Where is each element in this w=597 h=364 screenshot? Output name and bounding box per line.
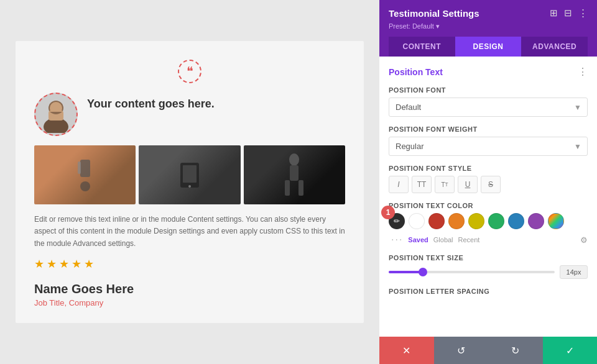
size-value[interactable]: 14px xyxy=(560,265,588,279)
svg-point-6 xyxy=(80,181,90,191)
color-purple[interactable] xyxy=(528,213,544,229)
allcaps-button[interactable]: TT xyxy=(412,176,432,193)
image-1 xyxy=(34,145,136,204)
svg-rect-12 xyxy=(285,180,290,196)
font-label: Position Font xyxy=(389,86,588,94)
color-custom[interactable] xyxy=(548,213,564,229)
underline-button[interactable]: U xyxy=(458,176,478,193)
expand-icon[interactable]: ⊞ xyxy=(550,7,558,19)
avatar xyxy=(34,93,78,136)
strikethrough-button[interactable]: S xyxy=(481,176,501,193)
badge-1: 1 xyxy=(381,206,395,219)
font-select-wrapper: Default ▼ xyxy=(389,98,588,117)
color-label: Position Text Color xyxy=(389,202,588,209)
section-menu-icon[interactable]: ⋮ xyxy=(578,66,588,78)
color-palette: ✏ xyxy=(389,213,564,229)
panel-preset[interactable]: Preset: Default ▾ xyxy=(389,22,588,30)
size-slider[interactable] xyxy=(389,271,555,273)
color-tab-saved[interactable]: Saved xyxy=(408,236,428,243)
svg-rect-4 xyxy=(80,160,90,177)
color-tab-recent[interactable]: Recent xyxy=(458,236,480,243)
testimonial-header: Your content goes here. xyxy=(34,93,345,136)
font-select[interactable]: Default xyxy=(389,98,588,117)
tab-design[interactable]: Design xyxy=(455,37,522,57)
person-job-title: Job Title, Company xyxy=(34,298,345,307)
weight-select-wrapper: Regular ▼ xyxy=(389,137,588,156)
tab-advanced[interactable]: Advanced xyxy=(521,37,588,57)
letter-label: Position Letter Spacing xyxy=(389,288,588,295)
italic-button[interactable]: I xyxy=(389,176,409,193)
star-rating: ★ ★ ★ ★ ★ xyxy=(34,257,345,271)
preview-area: ❝ Your content goes here. xyxy=(0,0,379,364)
color-blue[interactable] xyxy=(508,213,524,229)
quote-icon: ❝ xyxy=(34,60,345,83)
color-gear-icon[interactable]: ⚙ xyxy=(580,235,588,245)
svg-rect-5 xyxy=(78,162,81,174)
color-dots: ··· xyxy=(390,234,403,245)
svg-rect-11 xyxy=(290,165,298,181)
cancel-button[interactable]: ✕ xyxy=(379,337,434,364)
svg-point-9 xyxy=(188,185,191,188)
testimonial-text: Edit or remove this text inline or in th… xyxy=(34,214,345,250)
image-row xyxy=(34,145,345,204)
style-label: Position Font Style xyxy=(389,165,588,172)
grid-icon[interactable]: ⊟ xyxy=(564,7,572,19)
more-options-icon[interactable]: ⋮ xyxy=(578,7,588,19)
svg-rect-13 xyxy=(298,180,303,196)
weight-label: Position Font Weight xyxy=(389,125,588,133)
panel-title: Testimonial Settings xyxy=(389,8,479,19)
font-style-row: I TT TT U S xyxy=(389,176,588,193)
save-button[interactable]: ✓ xyxy=(543,337,598,364)
person-name: Name Goes Here xyxy=(34,282,345,296)
color-yellow[interactable] xyxy=(468,213,484,229)
svg-point-10 xyxy=(289,153,299,166)
size-slider-row: 14px xyxy=(389,265,588,279)
weight-select[interactable]: Regular xyxy=(389,137,588,156)
tab-content[interactable]: Content xyxy=(389,37,455,57)
image-3 xyxy=(244,145,345,204)
color-white[interactable] xyxy=(409,213,425,229)
panel-header: Testimonial Settings ⊞ ⊟ ⋮ Preset: Defau… xyxy=(379,0,597,57)
section-title: Position Text xyxy=(389,67,443,77)
size-label: Position Text Size xyxy=(389,254,588,262)
testimonial-card: ❝ Your content goes here. xyxy=(16,41,364,323)
testimonial-title: Your content goes here. xyxy=(87,98,215,111)
color-red-dark[interactable] xyxy=(428,213,445,229)
color-green[interactable] xyxy=(488,213,504,229)
smallcaps-button[interactable]: TT xyxy=(435,176,455,193)
color-section: Position Text Color 1 ✏ ··· Saved xyxy=(389,202,588,245)
settings-panel: Testimonial Settings ⊞ ⊟ ⋮ Preset: Defau… xyxy=(379,0,597,364)
color-orange[interactable] xyxy=(448,213,465,229)
panel-content: Position Text ⋮ Position Font Default ▼ … xyxy=(379,57,597,337)
color-tab-global[interactable]: Global xyxy=(433,236,453,243)
panel-tabs: Content Design Advanced xyxy=(389,37,588,57)
svg-rect-8 xyxy=(183,165,197,183)
panel-footer: ✕ ↺ ↻ ✓ xyxy=(379,337,597,364)
image-2 xyxy=(139,145,240,204)
name-section: Name Goes Here Job Title, Company xyxy=(34,282,345,307)
reset-button[interactable]: ↺ xyxy=(434,337,489,364)
redo-button[interactable]: ↻ xyxy=(488,337,543,364)
section-header: Position Text ⋮ xyxy=(389,66,588,78)
